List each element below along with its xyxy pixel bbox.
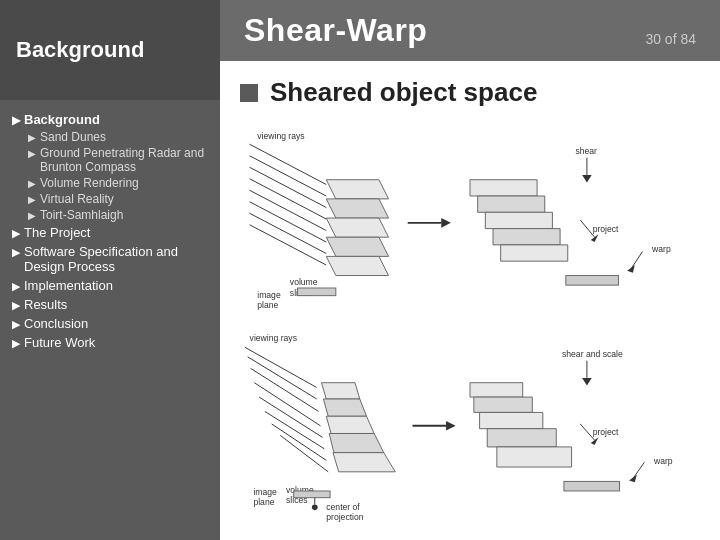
svg-marker-47 — [629, 475, 637, 483]
svg-text:center of: center of — [326, 502, 360, 512]
nav-label: Background — [24, 112, 100, 127]
nav-item-software-spec[interactable]: ▶ Software Specification and Design Proc… — [8, 242, 212, 276]
nav-label: Conclusion — [24, 316, 88, 331]
nav-sub-volume[interactable]: ▶ Volume Rendering — [24, 175, 212, 191]
bullet-square-icon — [240, 84, 258, 102]
svg-text:project: project — [593, 428, 619, 438]
main-panel: Shear-Warp 30 of 84 Sheared object space… — [220, 0, 720, 540]
nav-label: Results — [24, 297, 67, 312]
nav-item-implementation[interactable]: ▶ Implementation — [8, 276, 212, 295]
sidebar: Background ▶ Background ▶ Sand Dunes ▶ G… — [0, 0, 220, 540]
svg-rect-50 — [294, 491, 330, 498]
svg-text:volume: volume — [290, 277, 318, 287]
nav-label: Software Specification and Design Proces… — [24, 244, 208, 274]
svg-text:plane: plane — [257, 300, 278, 310]
svg-line-30 — [254, 383, 320, 426]
svg-line-4 — [250, 178, 327, 218]
svg-text:plane: plane — [253, 498, 274, 508]
sub-arrow-icon: ▶ — [28, 210, 36, 221]
sidebar-title: Background — [0, 0, 220, 100]
section-title: Sheared object space — [270, 77, 537, 108]
svg-text:shear: shear — [575, 145, 597, 155]
svg-text:projection: projection — [326, 512, 364, 522]
svg-line-7 — [250, 213, 327, 253]
svg-text:image: image — [253, 487, 277, 497]
svg-marker-41 — [582, 378, 592, 386]
main-header: Shear-Warp 30 of 84 — [220, 0, 720, 61]
arrow-icon: ▶ — [12, 114, 20, 127]
svg-marker-21 — [627, 265, 635, 273]
sub-label: Sand Dunes — [40, 130, 106, 144]
svg-line-6 — [250, 201, 327, 241]
sub-arrow-icon: ▶ — [28, 132, 36, 143]
svg-marker-38 — [446, 421, 456, 431]
svg-line-20 — [631, 251, 643, 268]
svg-line-31 — [259, 397, 322, 437]
sub-arrow-icon: ▶ — [28, 194, 36, 205]
arrow-icon: ▶ — [12, 299, 20, 312]
svg-line-33 — [272, 424, 327, 460]
svg-line-8 — [250, 224, 327, 264]
svg-text:viewing rays: viewing rays — [257, 130, 304, 140]
main-title: Shear-Warp — [244, 12, 427, 49]
svg-line-27 — [245, 347, 317, 387]
page-counter: 30 of 84 — [645, 31, 696, 49]
nav-label: Future Work — [24, 335, 95, 350]
nav-label: The Project — [24, 225, 90, 240]
svg-point-53 — [312, 505, 318, 511]
svg-line-32 — [265, 412, 324, 449]
nav-sub-toirt[interactable]: ▶ Toirt-Samhlaigh — [24, 207, 212, 223]
bottom-diagram: viewing rays volume slices — [240, 330, 700, 522]
diagram-row-top: viewing rays volume slices — [240, 122, 700, 318]
nav-item-results[interactable]: ▶ Results — [8, 295, 212, 314]
sidebar-nav: ▶ Background ▶ Sand Dunes ▶ Ground Penet… — [0, 100, 220, 540]
diagrams-container: viewing rays volume slices — [240, 122, 700, 524]
sub-arrow-icon: ▶ — [28, 178, 36, 189]
svg-line-3 — [250, 167, 327, 207]
nav-sub-background: ▶ Sand Dunes ▶ Ground Penetrating Radar … — [8, 129, 212, 223]
arrow-icon: ▶ — [12, 337, 20, 350]
main-content: Sheared object space viewing rays — [220, 61, 720, 540]
sub-label: Toirt-Samhlaigh — [40, 208, 123, 222]
svg-rect-55 — [564, 482, 620, 492]
arrow-icon: ▶ — [12, 227, 20, 240]
svg-text:project: project — [593, 224, 619, 234]
arrow-icon: ▶ — [12, 280, 20, 293]
nav-item-conclusion[interactable]: ▶ Conclusion — [8, 314, 212, 333]
svg-line-29 — [251, 369, 319, 412]
svg-text:shear and scale: shear and scale — [562, 349, 623, 359]
arrow-icon: ▶ — [12, 318, 20, 331]
svg-rect-25 — [566, 275, 619, 285]
svg-marker-12 — [441, 218, 451, 228]
sub-label: Ground Penetrating Radar and Brunton Com… — [40, 146, 208, 174]
svg-line-34 — [280, 436, 328, 472]
nav-item-future-work[interactable]: ▶ Future Work — [8, 333, 212, 352]
nav-sub-gpr[interactable]: ▶ Ground Penetrating Radar and Brunton C… — [24, 145, 212, 175]
svg-line-5 — [250, 190, 327, 230]
nav-sub-sand-dunes[interactable]: ▶ Sand Dunes — [24, 129, 212, 145]
top-diagram: viewing rays volume slices — [240, 127, 700, 314]
svg-line-46 — [633, 462, 644, 478]
svg-marker-15 — [582, 174, 592, 182]
nav-label: Implementation — [24, 278, 113, 293]
sub-arrow-icon: ▶ — [28, 148, 36, 159]
section-header: Sheared object space — [240, 77, 700, 108]
svg-line-1 — [250, 144, 327, 184]
arrow-icon: ▶ — [12, 246, 20, 259]
svg-line-2 — [250, 155, 327, 195]
sub-label: Volume Rendering — [40, 176, 139, 190]
nav-item-the-project[interactable]: ▶ The Project — [8, 223, 212, 242]
svg-text:image: image — [257, 289, 281, 299]
svg-line-28 — [248, 357, 317, 399]
nav-sub-vr[interactable]: ▶ Virtual Reality — [24, 191, 212, 207]
svg-marker-44 — [591, 437, 599, 445]
sub-label: Virtual Reality — [40, 192, 114, 206]
svg-rect-24 — [298, 288, 336, 296]
svg-text:warp: warp — [651, 243, 671, 253]
diagram-row-bottom: viewing rays volume slices — [240, 328, 700, 524]
svg-marker-18 — [591, 234, 599, 242]
nav-item-background[interactable]: ▶ Background — [8, 110, 212, 129]
svg-text:warp: warp — [653, 456, 673, 466]
svg-text:viewing rays: viewing rays — [250, 334, 297, 344]
